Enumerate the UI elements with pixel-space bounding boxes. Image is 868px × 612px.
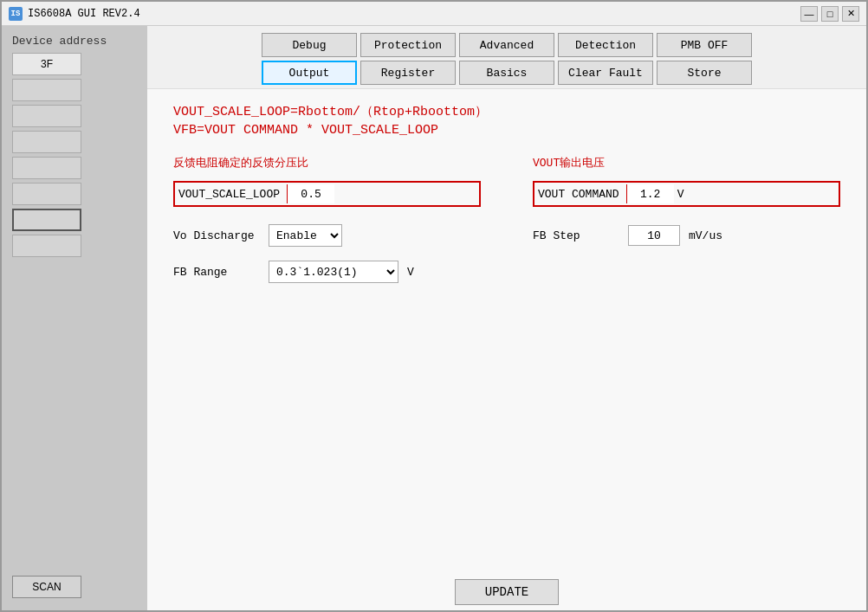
debug-button[interactable]: Debug <box>262 33 357 57</box>
formula-block: VOUT_SCALE_LOOP=Rbottom/（Rtop+Rboottom） … <box>173 103 840 138</box>
content-panel: VOUT_SCALE_LOOP=Rbottom/（Rtop+Rboottom） … <box>147 89 866 612</box>
left-section-label: 反馈电阻确定的反馈分压比 <box>173 155 481 171</box>
app-title: IS6608A GUI REV2.4 <box>28 8 140 20</box>
store-button[interactable]: Store <box>657 61 752 85</box>
device-address-input-3[interactable] <box>12 105 81 127</box>
scan-button[interactable]: SCAN <box>12 576 81 598</box>
register-button[interactable]: Register <box>360 61 456 85</box>
formula-line-2: VFB=VOUT COMMAND * VOUT_SCALE_LOOP <box>173 123 840 138</box>
fb-range-label: FB Range <box>173 266 260 279</box>
vout-command-unit: V <box>674 188 684 201</box>
update-button[interactable]: UPDATE <box>455 579 559 605</box>
vo-discharge-select[interactable]: Enable Disable <box>269 224 342 247</box>
fb-step-input[interactable] <box>628 225 680 246</box>
toolbar: Debug Protection Advanced Detection PMB … <box>147 26 866 89</box>
maximize-button[interactable]: □ <box>821 6 839 22</box>
vout-command-label: VOUT COMMAND <box>538 188 626 201</box>
right-section-label: VOUT输出电压 <box>533 155 840 171</box>
sidebar: Device address SCAN <box>2 26 147 612</box>
vo-discharge-label: Vo Discharge <box>173 229 260 242</box>
toolbar-row-1: Debug Protection Advanced Detection PMB … <box>156 33 858 57</box>
advanced-button[interactable]: Advanced <box>459 33 554 57</box>
device-address-input-8[interactable] <box>12 235 81 257</box>
right-panel: Debug Protection Advanced Detection PMB … <box>147 26 866 612</box>
minimize-button[interactable]: — <box>800 6 818 22</box>
vout-scale-loop-label: VOUT_SCALE_LOOP <box>178 188 287 201</box>
device-address-label: Device address <box>12 35 137 48</box>
device-address-input-4[interactable] <box>12 131 81 153</box>
fb-step-label: FB Step <box>533 229 619 242</box>
main-content: Device address SCAN Debug Protection Adv… <box>2 26 866 612</box>
fb-range-select[interactable]: 0.3`1.023(1) 0.6`2.046(2) 0.9`3.069(3) <box>269 261 398 283</box>
fb-range-unit: V <box>407 266 414 279</box>
vout-scale-loop-box: VOUT_SCALE_LOOP <box>173 181 481 207</box>
device-address-input-7[interactable] <box>12 209 81 231</box>
output-button[interactable]: Output <box>262 61 357 85</box>
vout-command-box: VOUT COMMAND V <box>533 181 840 207</box>
device-address-input-5[interactable] <box>12 157 81 179</box>
app-icon: IS <box>9 7 23 21</box>
pmb-off-button[interactable]: PMB OFF <box>657 33 752 57</box>
close-button[interactable]: ✕ <box>842 6 859 22</box>
vout-scale-loop-input[interactable] <box>287 184 334 203</box>
content-scroll: VOUT_SCALE_LOOP=Rbottom/（Rtop+Rboottom） … <box>147 89 866 570</box>
basics-button[interactable]: Basics <box>459 61 554 85</box>
formula-line-1: VOUT_SCALE_LOOP=Rbottom/（Rtop+Rboottom） <box>173 103 840 119</box>
device-address-input-2[interactable] <box>12 79 81 101</box>
device-address-input-1[interactable] <box>12 53 81 75</box>
update-area: UPDATE <box>147 570 866 612</box>
title-bar: IS IS6608A GUI REV2.4 — □ ✕ <box>2 2 866 26</box>
clear-fault-button[interactable]: Clear Fault <box>558 61 653 85</box>
toolbar-row-2: Output Register Basics Clear Fault Store <box>156 61 858 85</box>
window-controls: — □ ✕ <box>800 6 859 22</box>
protection-button[interactable]: Protection <box>360 33 456 57</box>
detection-button[interactable]: Detection <box>558 33 653 57</box>
vout-command-input[interactable] <box>626 184 674 203</box>
fb-step-unit: mV/us <box>689 229 722 242</box>
device-address-input-6[interactable] <box>12 183 81 205</box>
